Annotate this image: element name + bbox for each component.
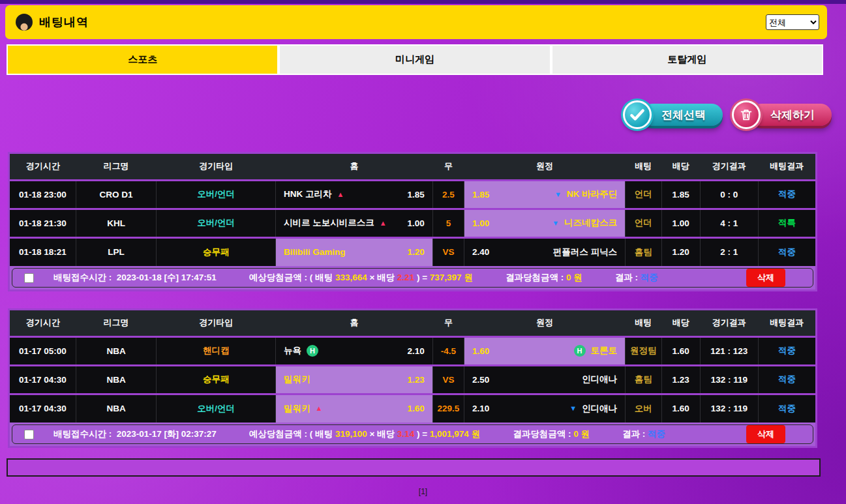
away-odds: 1.00 [472, 218, 489, 228]
game-type: 오버/언더 [157, 180, 276, 209]
game-time: 01-18 21:30 [10, 209, 76, 237]
draw-cell: 5 [432, 209, 464, 237]
col-bet-result: 배팅결과 [758, 310, 815, 336]
bet-result: 적중 [758, 237, 815, 266]
col-home: 홈 [276, 310, 433, 336]
game-type: 승무패 [157, 237, 276, 266]
away-team: 니즈네캄스크 [564, 217, 617, 229]
game-type: 오버/언더 [157, 394, 276, 422]
home-odds: 1.23 [408, 375, 425, 385]
tab-bar: 스포츠 미니게임 토탈게임 [7, 44, 823, 75]
home-team: 밀워키 [284, 403, 310, 415]
pagination-page-1[interactable]: [1] [0, 487, 846, 496]
receipt-time: 배팅접수시간 : 2023-01-18 [수] 17:47:51 [53, 272, 217, 284]
col-away: 원정 [464, 310, 626, 336]
col-odds: 배당 [661, 310, 700, 336]
game-type: 오버/언더 [157, 209, 276, 237]
away-cell-selected: 1.00니즈네캄스크 [464, 209, 626, 237]
delete-slip-button[interactable]: 삭제 [746, 269, 785, 287]
down-triangle-icon [552, 220, 559, 227]
slip-footer-inner: 배팅접수시간 : 2023-01-17 [화] 02:37:27 예상당첨금액 … [12, 424, 813, 444]
home-cell: 시비르 노보시비르스크1.00 [276, 209, 433, 237]
league-name: LPL [76, 237, 157, 266]
away-odds: 2.10 [472, 404, 489, 413]
expected-winnings: 예상당첨금액 : ( 배팅 319,100 × 배당 3.14 ) = 1,00… [249, 428, 480, 440]
bet-pick: 오버 [626, 394, 662, 422]
league-name: NBA [76, 394, 157, 422]
slip-checkbox[interactable] [24, 430, 34, 439]
handicap-h-icon [307, 345, 318, 357]
slip-checkbox[interactable] [24, 273, 34, 283]
game-score: 0 : 0 [700, 180, 758, 209]
bet-table-1: 경기시간 리그명 경기타입 홈 무 원정 배팅 배당 경기결과 배팅결과 01-… [8, 152, 817, 291]
col-home: 홈 [276, 154, 433, 180]
league-name: NBA [76, 336, 157, 365]
filter-select[interactable]: 전체 [766, 14, 819, 30]
away-odds: 2.50 [472, 375, 489, 385]
bet-odds: 1.23 [661, 365, 700, 394]
home-cell: HNK 고리차1.85 [276, 180, 433, 209]
away-odds: 1.60 [472, 346, 489, 356]
home-odds: 1.00 [408, 218, 425, 228]
table-row: 01-18 18:21 LPL 승무패 Bilibili Gaming1.20 … [10, 237, 815, 266]
delete-all-button[interactable]: 삭제하기 [732, 100, 832, 129]
game-type: 승무패 [157, 365, 276, 394]
col-odds: 배당 [661, 154, 700, 180]
home-cell-selected: 밀워키1.60 [276, 394, 433, 422]
col-bet-result: 배팅결과 [758, 154, 815, 180]
game-time: 01-17 04:30 [10, 394, 76, 422]
game-time: 01-17 05:00 [10, 336, 76, 365]
bet-odds: 1.85 [661, 180, 700, 209]
trash-icon [732, 100, 761, 129]
delete-all-label: 삭제하기 [751, 104, 832, 126]
away-cell: 2.10인디애나 [464, 394, 626, 422]
delete-slip-button[interactable]: 삭제 [746, 425, 785, 443]
col-draw: 무 [432, 154, 464, 180]
game-type: 핸디캡 [157, 336, 276, 365]
draw-cell: -4.5 [432, 336, 464, 365]
away-cell: 2.50인디애나 [464, 365, 626, 394]
bet-pick: 언더 [626, 209, 662, 237]
expected-winnings: 예상당첨금액 : ( 배팅 333,664 × 배당 2.21 ) = 737,… [249, 272, 473, 284]
col-bet: 배팅 [626, 310, 662, 336]
bet-result: 적중 [758, 180, 815, 209]
home-team: 뉴욕 [284, 345, 301, 357]
game-score: 4 : 1 [700, 209, 758, 237]
away-team: 토론토 [591, 345, 618, 357]
tab-sports[interactable]: 스포츠 [7, 44, 279, 75]
bet-result: 적중 [758, 365, 815, 394]
game-score: 132 : 119 [700, 394, 758, 422]
select-all-button[interactable]: 전체선택 [623, 100, 723, 129]
col-draw: 무 [432, 310, 464, 336]
page-title: 배팅내역 [39, 14, 89, 30]
select-all-label: 전체선택 [642, 104, 723, 126]
tab-minigame[interactable]: 미니게임 [279, 44, 551, 75]
col-league: 리그명 [76, 310, 157, 336]
table-header-row: 경기시간 리그명 경기타입 홈 무 원정 배팅 배당 경기결과 배팅결과 [10, 154, 815, 180]
col-bet: 배팅 [626, 154, 662, 180]
away-odds: 2.40 [472, 247, 489, 257]
tab-totalgame[interactable]: 토탈게임 [551, 44, 823, 75]
home-team: 시비르 노보시비르스크 [284, 217, 374, 229]
game-time: 01-18 18:21 [10, 237, 76, 266]
slip-outcome: 결과 : 적중 [622, 428, 665, 440]
league-name: NBA [76, 365, 157, 394]
col-away: 원정 [464, 154, 626, 180]
home-team: HNK 고리차 [284, 188, 332, 200]
bet-pick: 원정팀 [626, 336, 662, 365]
bet-table-2: 경기시간 리그명 경기타입 홈 무 원정 배팅 배당 경기결과 배팅결과 01-… [8, 308, 817, 448]
draw-cell: 2.5 [432, 180, 464, 209]
result-winnings: 결과당첨금액 : 0 원 [506, 272, 582, 284]
slip-footer: 배팅접수시간 : 2023-01-17 [화] 02:37:27 예상당첨금액 … [10, 422, 815, 446]
away-team: NK 바라주딘 [567, 188, 617, 200]
table-header-row: 경기시간 리그명 경기타입 홈 무 원정 배팅 배당 경기결과 배팅결과 [10, 310, 815, 336]
bet-odds: 1.00 [661, 209, 700, 237]
away-team: 인디애나 [582, 374, 617, 385]
col-game-type: 경기타입 [157, 154, 276, 180]
slip-outcome: 결과 : 적중 [615, 272, 658, 284]
up-triangle-icon [337, 191, 344, 198]
home-cell: 뉴욕2.10 [276, 336, 433, 365]
col-game-time: 경기시간 [10, 154, 76, 180]
action-bar: 전체선택 삭제하기 [0, 98, 832, 131]
home-odds: 1.60 [408, 404, 425, 413]
